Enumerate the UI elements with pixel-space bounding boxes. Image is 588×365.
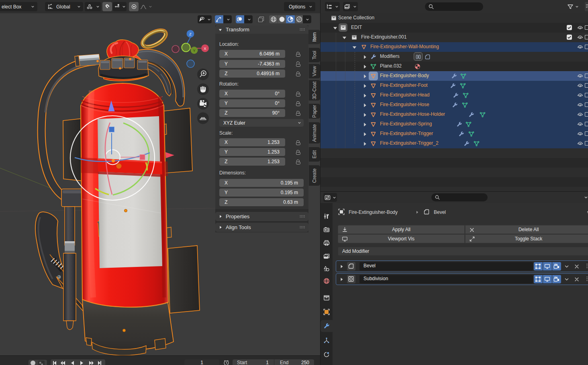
- svg-text:Z: Z: [189, 32, 192, 36]
- svg-text:Y: Y: [193, 49, 195, 53]
- svg-text:X: X: [204, 46, 206, 51]
